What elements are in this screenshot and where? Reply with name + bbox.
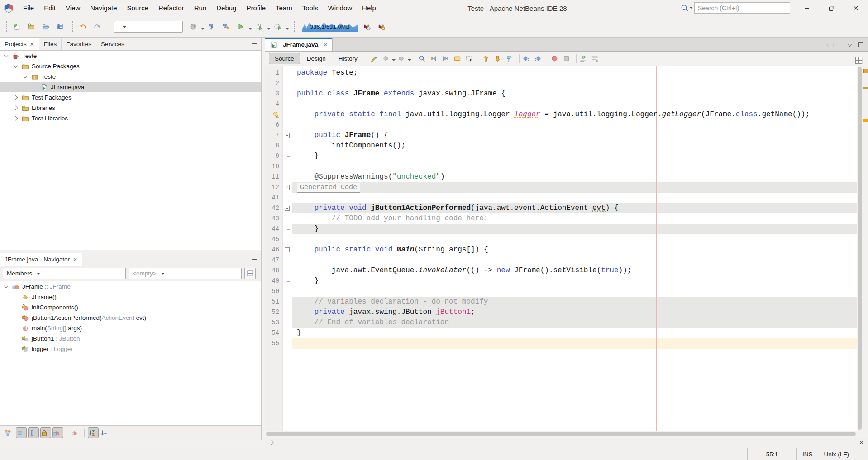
tab-close-icon[interactable]: ✕ (30, 42, 34, 47)
tree-item-jframe[interactable]: JFrame() (0, 292, 261, 302)
tree-item-teste[interactable]: Teste (0, 71, 261, 82)
code-line[interactable]: } (292, 151, 857, 161)
tab-favorites[interactable]: Favorites (62, 38, 96, 50)
menu-profile[interactable]: Profile (241, 4, 271, 12)
memory-usage-indicator[interactable]: 336,1/631,0MB (302, 21, 358, 32)
close-button[interactable] (844, 0, 868, 16)
expander-down-icon[interactable] (14, 63, 18, 68)
code-line[interactable]: public JFrame() { (292, 130, 857, 141)
open-project-button[interactable] (40, 19, 54, 34)
tree-item-logger[interactable]: logger : Logger (0, 344, 261, 354)
forward-button[interactable] (397, 53, 409, 65)
error-stripe[interactable] (863, 66, 868, 431)
menu-help[interactable]: Help (357, 4, 381, 12)
code-line[interactable] (292, 99, 857, 109)
back-button[interactable] (381, 53, 393, 65)
run-project-button[interactable] (235, 19, 249, 34)
code-line[interactable] (292, 338, 857, 349)
toolbar-grip[interactable] (109, 21, 111, 33)
rectangular-selection-button[interactable] (465, 53, 477, 65)
code-line[interactable]: } (292, 276, 857, 286)
code-line[interactable]: Generated Code (292, 182, 857, 193)
code-line[interactable]: package Teste; (292, 68, 857, 78)
tab-navigator[interactable]: JFrame.java - Navigator ✕ (0, 253, 82, 266)
menu-view[interactable]: View (61, 4, 85, 12)
project-configuration-select[interactable] (114, 21, 183, 33)
code-line[interactable]: private javax.swing.JButton jButton1; (292, 307, 857, 318)
expander-down-icon[interactable] (4, 53, 9, 57)
show-non-public-button[interactable] (40, 427, 51, 438)
code-line[interactable] (292, 78, 857, 89)
code-line[interactable]: } (292, 224, 857, 234)
new-file-button[interactable] (11, 19, 25, 34)
profile-project-button[interactable] (272, 19, 286, 34)
minimize-button[interactable] (795, 0, 819, 16)
move-up-button[interactable] (482, 53, 493, 65)
maximize-editor-button[interactable] (858, 38, 863, 51)
chevron-down-icon[interactable] (267, 28, 271, 32)
new-project-button[interactable] (25, 19, 40, 34)
tree-item-test-packages[interactable]: Test Packages (0, 92, 261, 103)
code-line[interactable]: private void jButton1ActionPerformed(jav… (292, 203, 857, 213)
redo-button[interactable] (91, 19, 106, 34)
chevron-down-icon[interactable] (408, 59, 411, 63)
expander-right-icon[interactable] (14, 95, 18, 100)
last-edit-button[interactable] (369, 53, 381, 65)
shift-right-button[interactable] (534, 53, 545, 65)
navigator-minimize-button[interactable] (252, 259, 257, 260)
code-line[interactable]: public static void main(String args[]) { (292, 245, 857, 255)
menu-window[interactable]: Window (323, 4, 357, 12)
expander-right-icon[interactable] (14, 106, 18, 110)
code-line[interactable] (292, 255, 857, 266)
vertical-scrollbar[interactable] (857, 66, 863, 431)
show-static-button[interactable] (28, 427, 39, 438)
code-line[interactable]: // Variables declaration - do not modify (292, 297, 857, 307)
menu-edit[interactable]: Edit (39, 4, 61, 12)
editor-tab-close-icon[interactable]: ✕ (323, 42, 328, 47)
show-fields-button[interactable] (16, 427, 27, 438)
code-line[interactable]: // End of variables declaration (292, 318, 857, 328)
chevron-down-icon[interactable] (201, 28, 205, 32)
code-line[interactable]: // TODO add your handling code here: (292, 213, 857, 224)
shift-left-button[interactable] (522, 53, 534, 65)
name-filter-select[interactable]: <empty> (129, 268, 242, 279)
tree-item-main[interactable]: main(String[] args) (0, 323, 261, 333)
code-line[interactable] (292, 193, 857, 203)
search-input[interactable] (694, 2, 790, 14)
code-line[interactable] (292, 234, 857, 245)
menu-navigate[interactable]: Navigate (85, 4, 122, 12)
undo-button[interactable] (77, 19, 91, 34)
ide-tasks-clock-button[interactable] (361, 19, 376, 34)
build-project-button[interactable] (206, 19, 220, 34)
breadcrumb-close-icon[interactable]: ✕ (859, 439, 864, 446)
tree-item-jframe-java[interactable]: JFrame.java (0, 82, 261, 92)
fold-collapse-icon[interactable]: - (285, 133, 290, 138)
toolbar-grip[interactable] (72, 21, 74, 33)
code-line[interactable] (292, 120, 857, 130)
chevron-down-icon[interactable] (286, 28, 289, 32)
tab-list-button[interactable] (848, 38, 852, 51)
projects-minimize-button[interactable] (252, 43, 257, 44)
navigator-tab-close-icon[interactable]: ✕ (73, 257, 77, 262)
view-design-button[interactable]: Design (301, 53, 332, 64)
menu-tools[interactable]: Tools (297, 4, 323, 12)
stop-macro-button[interactable] (562, 53, 574, 65)
code-line[interactable]: public class JFrame extends javax.swing.… (292, 89, 857, 99)
breadcrumb-chevron-icon[interactable] (269, 441, 274, 445)
sort-alphabetically-button[interactable] (88, 427, 99, 438)
fold-collapse-icon[interactable]: - (285, 247, 290, 252)
code-line[interactable] (292, 161, 857, 172)
tree-item-test-libraries[interactable]: Test Libraries (0, 113, 261, 123)
toggle-highlight-button[interactable] (453, 53, 465, 65)
split-document-button[interactable] (853, 54, 864, 66)
members-filter-select[interactable]: Members (3, 268, 126, 279)
toolbar-grip[interactable] (6, 21, 8, 33)
tab-projects[interactable]: Projects✕ (0, 38, 39, 50)
code-editor[interactable]: 1234678910111241424344454647484950515253… (265, 66, 868, 431)
search-icon[interactable] (681, 4, 692, 12)
expander-down-icon[interactable] (23, 74, 28, 78)
show-inner-classes-button[interactable] (52, 427, 63, 438)
code-text[interactable]: package Teste;public class JFrame extend… (292, 66, 857, 431)
tab-jframe-java[interactable]: JFrame.java ✕ (265, 38, 333, 51)
uncomment-button[interactable] (591, 53, 602, 65)
